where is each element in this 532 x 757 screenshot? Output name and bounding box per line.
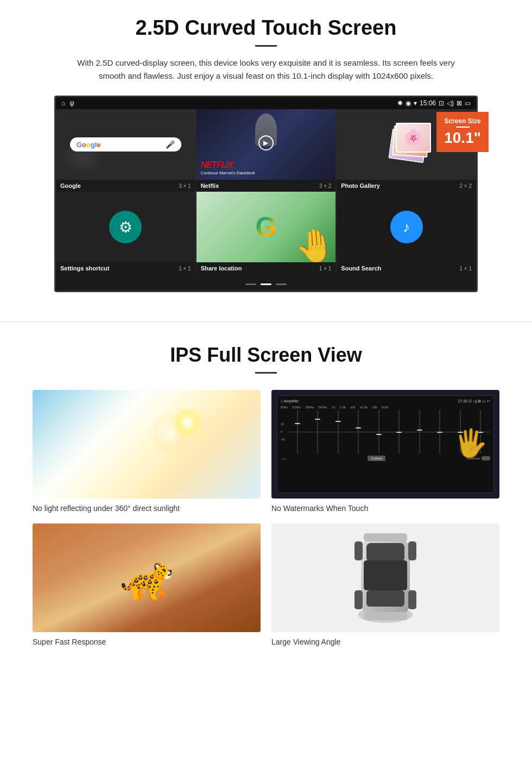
netflix-logo: NETFLIX	[201, 160, 233, 170]
pagination	[56, 274, 476, 291]
settings-app-name: Settings shortcut	[60, 265, 109, 272]
app-labels-row2: Settings shortcut 1 × 1 Share location 1…	[56, 262, 476, 274]
google-label: Google 3 × 1	[56, 180, 195, 192]
feature-sunlight: No light reflecting under 360° direct su…	[33, 390, 261, 513]
amp-screen: ⌂ Amplifier 17:33 ⊡ ◁) ⊠ ▭ ↩ 60hz100hz20…	[277, 395, 494, 493]
time-display: 15:06	[420, 99, 436, 107]
status-bar: ⌂ ψ ✱ ◉ ▾ 15:06 ⊡ ◁) ⊠ ▭	[56, 97, 476, 109]
settings-icon: ⚙	[109, 211, 142, 243]
status-center: ✱ ◉ ▾ 15:06 ⊡ ◁) ⊠ ▭	[397, 99, 471, 107]
settings-label: Settings shortcut 1 × 1	[56, 262, 195, 274]
google-app-size: 3 × 1	[179, 183, 191, 189]
netflix-subtitle: Continue Marvel's Daredevil	[201, 171, 255, 175]
google-mic-icon: 🎤	[166, 140, 175, 149]
sunlight-image	[33, 390, 261, 499]
badge-underline	[456, 127, 470, 128]
camera-icon: ⊡	[439, 99, 444, 107]
settings-app-size: 1 × 1	[179, 266, 191, 272]
section2-underline	[255, 372, 277, 374]
device-screen: ⌂ ψ ✱ ◉ ▾ 15:06 ⊡ ◁) ⊠ ▭	[54, 96, 478, 292]
photo-gallery-label: Photo Gallery 2 × 2	[337, 180, 476, 192]
app-cell-netflix[interactable]: ▶ NETFLIX Continue Marvel's Daredevil	[197, 109, 336, 180]
svg-rect-10	[408, 590, 416, 609]
screen-icon: ⊠	[457, 99, 462, 107]
app-cell-maps[interactable]: G 🤚	[197, 192, 336, 262]
google-app-name: Google	[60, 182, 81, 189]
cheetah-label: Super Fast Response	[33, 638, 261, 646]
app-labels-row1: Google 3 × 1 Netflix 3 × 2 Photo Gallery…	[56, 180, 476, 192]
svg-rect-7	[354, 541, 363, 560]
badge-label: Screen Size	[444, 117, 481, 125]
app-grid-bottom: ⚙ G 🤚 ♪	[56, 192, 476, 262]
section2-title: IPS Full Screen View	[33, 344, 499, 367]
bluetooth-icon: ✱	[397, 99, 403, 107]
wifi-icon: ▾	[414, 99, 417, 107]
car-label: Large Viewing Angle	[271, 638, 499, 646]
maps-app-name: Share location	[201, 265, 242, 272]
music-app-name: Sound Search	[341, 265, 381, 272]
section-curved-screen: 2.5D Curved Touch Screen With 2.5D curve…	[0, 0, 532, 305]
music-label: Sound Search 1 × 1	[337, 262, 476, 274]
netflix-app-size: 3 × 2	[319, 183, 332, 189]
amp-status-bar: ⌂ Amplifier 17:33 ⊡ ◁) ⊠ ▭ ↩	[281, 399, 490, 403]
amp-time: 17:33 ⊡ ◁) ⊠ ▭ ↩	[458, 399, 490, 403]
maps-label: Share location 1 × 1	[197, 262, 336, 274]
music-icon: ♪	[390, 211, 423, 243]
badge-size: 10.1"	[444, 129, 481, 147]
cheetah-emoji: 🐆	[119, 552, 174, 603]
music-app-size: 1 × 1	[459, 266, 472, 272]
amp-custom-button: Custom	[368, 456, 385, 461]
svg-rect-9	[354, 590, 363, 609]
title-underline	[255, 45, 277, 47]
section-divider	[0, 321, 532, 322]
device-mockup: ⌂ ψ ✱ ◉ ▾ 15:06 ⊡ ◁) ⊠ ▭	[54, 96, 478, 292]
amplifier-image: ⌂ Amplifier 17:33 ⊡ ◁) ⊠ ▭ ↩ 60hz100hz20…	[271, 390, 499, 499]
app-cell-google[interactable]: Google 🎤	[56, 109, 195, 180]
netflix-label: Netflix 3 × 2	[197, 180, 336, 192]
car-svg	[353, 528, 418, 626]
feature-grid: No light reflecting under 360° direct su…	[33, 390, 499, 646]
app-cell-settings[interactable]: ⚙	[56, 192, 195, 262]
amp-home-icon: ⌂ Amplifier	[281, 399, 299, 403]
amplifier-label: No Watermarks When Touch	[271, 504, 499, 513]
car-image	[271, 523, 499, 632]
svg-rect-4	[366, 590, 404, 607]
google-shadow	[61, 142, 105, 174]
screen-size-badge: Screen Size 10.1"	[436, 112, 489, 152]
svg-rect-2	[366, 543, 404, 562]
app-grid: Google 🎤 ▶ NETFLIX Conti	[56, 109, 476, 180]
cheetah-image: 🐆	[33, 523, 261, 632]
touch-hand-icon: 🖐	[454, 427, 487, 459]
window-icon: ▭	[465, 99, 471, 107]
netflix-app-name: Netflix	[201, 182, 219, 189]
section1-title: 2.5D Curved Touch Screen	[33, 16, 499, 40]
hand-icon: 🤚	[293, 225, 335, 262]
volume-icon: ◁)	[447, 99, 454, 107]
feature-amplifier: ⌂ Amplifier 17:33 ⊡ ◁) ⊠ ▭ ↩ 60hz100hz20…	[271, 390, 499, 513]
photo-gallery-app-name: Photo Gallery	[341, 182, 380, 189]
svg-rect-8	[408, 541, 416, 560]
sunlight-label: No light reflecting under 360° direct su…	[33, 504, 261, 513]
dot-2	[261, 283, 271, 285]
section-ips-screen: IPS Full Screen View No light reflecting…	[0, 338, 532, 663]
app-cell-music[interactable]: ♪	[337, 192, 476, 262]
home-icon: ⌂	[61, 99, 65, 107]
maps-app-size: 1 × 1	[319, 266, 332, 272]
svg-rect-5	[364, 533, 407, 541]
netflix-play-button[interactable]: ▶	[258, 135, 274, 150]
location-icon: ◉	[406, 99, 411, 107]
netflix-bg: ▶ NETFLIX Continue Marvel's Daredevil	[197, 109, 336, 180]
photo-gallery-app-size: 2 × 2	[459, 183, 472, 189]
status-left: ⌂ ψ	[61, 99, 74, 107]
section1-description: With 2.5D curved-display screen, this de…	[76, 56, 456, 83]
svg-rect-3	[364, 560, 407, 590]
dot-3	[276, 283, 287, 285]
svg-rect-6	[364, 612, 407, 620]
feature-car: Large Viewing Angle	[271, 523, 499, 646]
usb-icon: ψ	[69, 99, 74, 107]
feature-cheetah: 🐆 Super Fast Response	[33, 523, 261, 646]
dot-1	[245, 283, 256, 285]
